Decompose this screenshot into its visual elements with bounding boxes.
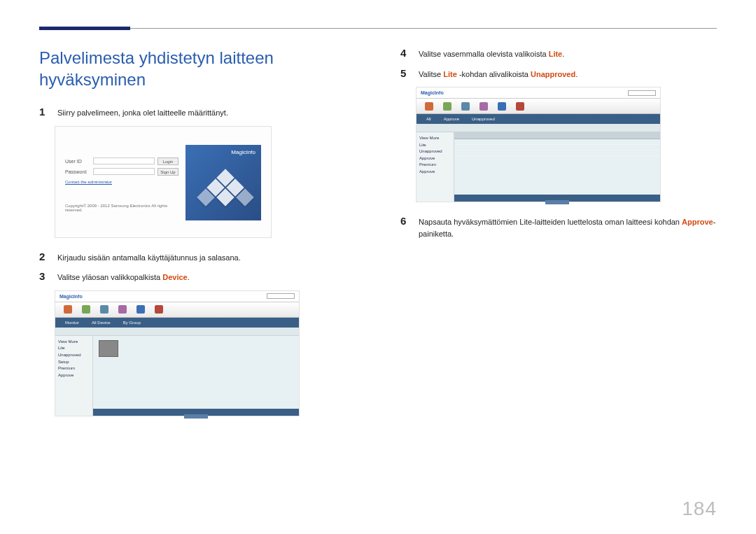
- step-num: 5: [400, 67, 410, 79]
- step-num: 4: [400, 47, 410, 59]
- app-tabs: Monitor All Device By Group: [55, 318, 299, 328]
- step-text: Siirry palvelimeen, jonka olet laitteell…: [57, 107, 356, 119]
- sidebar-item[interactable]: Unapproved: [419, 148, 451, 155]
- copyright-text: Copyright© 2009 - 2012 Samsung Electroni…: [65, 204, 178, 212]
- nav-icon[interactable]: [82, 305, 90, 314]
- nav-icon[interactable]: [443, 102, 451, 111]
- input-password[interactable]: [93, 168, 155, 175]
- sidebar-item[interactable]: View More: [419, 135, 451, 142]
- highlight-approve: Approve: [682, 218, 713, 226]
- header-rule: [39, 28, 717, 29]
- tab[interactable]: By Group: [119, 319, 145, 326]
- step-text: Valitse yläosan valikkopalkista Device.: [57, 272, 356, 283]
- app-main: [454, 132, 660, 202]
- nav-icon[interactable]: [136, 305, 145, 314]
- sidebar-item[interactable]: Approve: [58, 372, 90, 379]
- step-num: 6: [400, 215, 410, 227]
- step-num: 2: [39, 251, 49, 262]
- step-num: 1: [39, 106, 49, 118]
- app-footer: [454, 195, 660, 202]
- nav-icon[interactable]: [155, 305, 163, 314]
- screenshot-unapproved-list: MagicInfo All Approve Unapproved: [416, 87, 661, 202]
- step-text: Valitse vasemmalla olevista valikoista L…: [419, 48, 717, 60]
- sidebar-item[interactable]: Lite: [58, 345, 90, 352]
- search-input[interactable]: [267, 293, 295, 299]
- step-num: 3: [39, 270, 49, 282]
- brand-label: MagicInfo: [231, 149, 255, 155]
- app-subbar: [416, 124, 660, 132]
- app-sidebar: View More Lite Unapproved Approve Premiu…: [416, 132, 454, 202]
- highlight-lite: Lite: [549, 50, 563, 58]
- search-input[interactable]: [628, 90, 656, 96]
- step-5: 5 Valitse Lite -kohdan alivalikoista Una…: [400, 67, 717, 80]
- highlight-unapproved: Unapproved: [531, 70, 575, 78]
- step-6: 6 Napsauta hyväksymättömien Lite-laittei…: [400, 215, 717, 239]
- sidebar-item[interactable]: Unapproved: [58, 352, 90, 359]
- signup-button[interactable]: Sign Up: [158, 168, 178, 176]
- sidebar-item[interactable]: Premium: [58, 365, 90, 372]
- sidebar-item[interactable]: View More: [58, 339, 90, 346]
- app-sidebar: View More Lite Unapproved Setup Premium …: [55, 336, 93, 416]
- nav-icon[interactable]: [498, 102, 506, 111]
- list-header: [454, 132, 660, 139]
- app-brand: MagicInfo: [421, 90, 444, 95]
- app-footer: [93, 409, 299, 416]
- label-password: Password: [65, 169, 90, 174]
- app-nav: [55, 302, 299, 318]
- tab[interactable]: Unapproved: [468, 115, 499, 122]
- app-tabs: All Approve Unapproved: [416, 114, 660, 124]
- list-item[interactable]: [454, 139, 660, 145]
- nav-icon[interactable]: [100, 305, 108, 314]
- list-item[interactable]: [454, 150, 660, 156]
- page-title: Palvelimesta yhdistetyn laitteen hyväksy…: [39, 47, 356, 90]
- sidebar-item[interactable]: Lite: [419, 142, 451, 149]
- nav-icon[interactable]: [64, 305, 72, 314]
- nav-icon[interactable]: [425, 102, 433, 111]
- step-1: 1 Siirry palvelimeen, jonka olet laittee…: [39, 106, 356, 119]
- tab[interactable]: All Device: [88, 319, 115, 326]
- input-userid[interactable]: [93, 157, 155, 164]
- nav-icon[interactable]: [479, 102, 488, 111]
- step-2: 2 Kirjaudu sisään antamalla käyttäjätunn…: [39, 251, 356, 264]
- tab[interactable]: All: [422, 115, 435, 122]
- label-userid: User ID: [65, 159, 90, 164]
- login-hero: MagicInfo: [186, 145, 261, 220]
- nav-icon[interactable]: [516, 102, 524, 111]
- login-button[interactable]: Login: [158, 157, 178, 165]
- step-text: Valitse Lite -kohdan alivalikoista Unapp…: [419, 69, 717, 80]
- highlight-lite: Lite: [443, 70, 457, 78]
- screenshot-login: User ID Login Password Sign Up Contact t…: [55, 126, 272, 238]
- contact-admin-link[interactable]: Contact the administrator: [65, 180, 178, 184]
- screenshot-device-list: MagicInfo Monitor All Device By Group: [55, 290, 300, 416]
- sidebar-item[interactable]: Approve: [419, 169, 451, 176]
- tab[interactable]: Monitor: [61, 319, 83, 326]
- page-number: 184: [682, 498, 717, 520]
- highlight-device: Device: [162, 273, 187, 281]
- tab[interactable]: Approve: [440, 115, 463, 122]
- step-text: Napsauta hyväksymättömien Lite-laitteide…: [419, 216, 717, 239]
- list-item[interactable]: [454, 145, 660, 150]
- step-3: 3 Valitse yläosan valikkopalkista Device…: [39, 270, 356, 283]
- device-thumb[interactable]: [99, 340, 118, 357]
- sidebar-item[interactable]: Approve: [419, 155, 451, 162]
- sidebar-item[interactable]: Setup: [58, 359, 90, 366]
- app-main: [93, 336, 299, 416]
- sidebar-item[interactable]: Premium: [419, 162, 451, 169]
- app-brand: MagicInfo: [59, 294, 83, 299]
- app-nav: [416, 99, 660, 114]
- nav-icon[interactable]: [118, 305, 127, 314]
- step-4: 4 Valitse vasemmalla olevista valikoista…: [400, 47, 717, 60]
- nav-icon[interactable]: [461, 102, 470, 111]
- step-text: Kirjaudu sisään antamalla käyttäjätunnus…: [57, 252, 356, 264]
- app-subbar: [55, 328, 299, 336]
